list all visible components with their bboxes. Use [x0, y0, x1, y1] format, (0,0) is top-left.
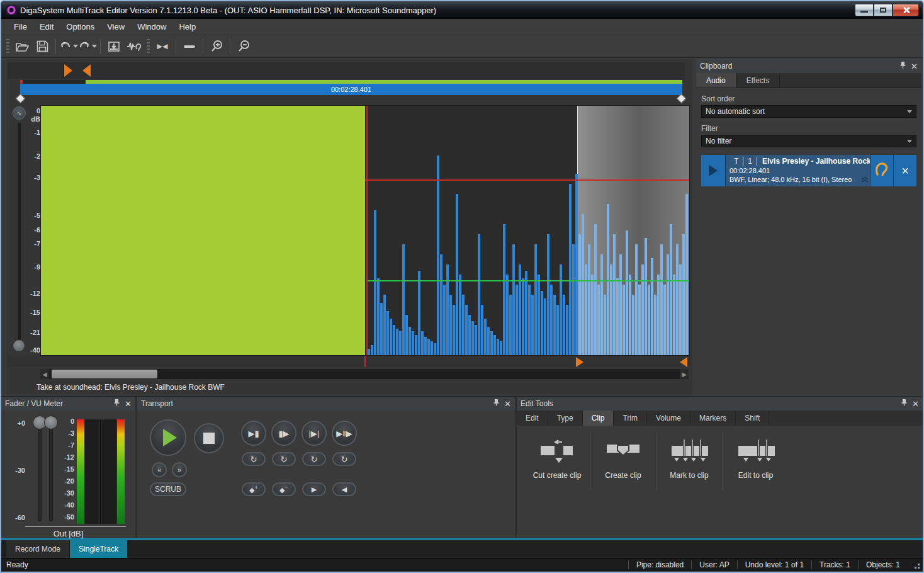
minimize-button[interactable] [855, 4, 874, 16]
clipboard-entry[interactable]: T 1 Elvis Presley - Jailhouse Rock BWF 0… [701, 155, 916, 186]
forward-icon: » [177, 466, 181, 474]
collapse-chevron-icon[interactable] [861, 174, 869, 185]
tab-singletrack[interactable]: SingleTrack [70, 540, 128, 558]
mark-to-clip-button[interactable]: Mark to clip [656, 433, 723, 490]
scrub-button[interactable]: SCRUB [150, 482, 186, 496]
goto-mark-button[interactable]: ▶◀ [152, 38, 172, 55]
import-take-button[interactable] [104, 38, 124, 55]
tab-record-mode[interactable]: Record Mode [6, 540, 70, 558]
play-to-mark-button[interactable]: ▶▮ [241, 421, 266, 446]
scroll-left-icon[interactable]: ◀ [40, 369, 49, 379]
prelisten-wave-button[interactable] [124, 38, 144, 55]
save-button[interactable] [32, 38, 52, 55]
scrollbar-track[interactable] [49, 369, 680, 379]
loop-icon: ↻ [341, 455, 348, 464]
timeline-overview[interactable]: 00:02:28.401 [8, 62, 685, 104]
range-handle-left[interactable] [16, 94, 26, 104]
nudge-left-button[interactable]: ◀ [332, 482, 356, 496]
remove-marker-button[interactable]: ◆− [272, 482, 296, 496]
entry-body[interactable]: T 1 Elvis Presley - Jailhouse Rock BWF 0… [726, 155, 870, 186]
entry-remove-button[interactable]: × [894, 155, 916, 186]
close-panel-icon[interactable]: ✕ [125, 400, 132, 408]
close-panel-icon[interactable]: ✕ [504, 400, 511, 408]
zoom-slider-track[interactable] [18, 123, 21, 344]
zoom-in-button[interactable] [206, 38, 227, 55]
mark-out-icon[interactable] [82, 64, 91, 77]
filter-select[interactable]: No filter [701, 135, 916, 147]
waveform-display[interactable] [40, 105, 690, 356]
menu-window[interactable]: Window [131, 20, 172, 34]
add-marker-button[interactable]: ◆+ [242, 482, 266, 496]
menu-file[interactable]: File [8, 20, 33, 34]
restore-button[interactable] [874, 4, 893, 16]
zoom-out-button[interactable] [234, 38, 254, 55]
scroll-right-icon[interactable]: ▶ [680, 369, 689, 379]
open-button[interactable] [12, 38, 32, 55]
menu-options[interactable]: Options [60, 20, 101, 34]
scrollbar-thumb[interactable] [52, 370, 157, 378]
edit-to-clip-button[interactable]: Edit to clip [723, 433, 789, 490]
forward-button[interactable]: » [172, 462, 187, 477]
close-panel-icon[interactable]: ✕ [912, 400, 919, 408]
tab-trim[interactable]: Trim [614, 411, 647, 426]
resize-grip[interactable] [911, 560, 920, 569]
pin-icon[interactable] [114, 399, 120, 408]
cut-create-clip-button[interactable]: Cut create clip [524, 433, 590, 490]
close-button[interactable] [893, 4, 919, 16]
playhead-line[interactable] [366, 106, 368, 355]
pin-icon[interactable] [901, 399, 907, 408]
tab-type[interactable]: Type [548, 411, 583, 426]
toolbar-grip[interactable] [6, 39, 9, 54]
menu-help[interactable]: Help [172, 20, 202, 34]
undo-icon [59, 41, 72, 52]
clip-block-green[interactable] [41, 106, 365, 356]
loop-from-mark-button[interactable]: ↻ [272, 452, 296, 466]
menu-view[interactable]: View [101, 20, 131, 34]
fader-right-track[interactable] [49, 422, 53, 521]
vu-scale-label: -3 [58, 429, 74, 437]
entry-prelisten-button[interactable] [870, 155, 893, 186]
tab-effects[interactable]: Effects [736, 73, 780, 88]
overview-marker-strip[interactable] [8, 62, 685, 79]
toolbar-grip[interactable] [147, 39, 150, 54]
redo-button[interactable] [78, 41, 97, 52]
stop-button[interactable] [194, 423, 224, 453]
undo-button[interactable] [59, 41, 78, 52]
tab-shift[interactable]: Shift [736, 411, 769, 426]
close-icon [903, 6, 910, 13]
close-panel-icon[interactable]: ✕ [911, 62, 918, 71]
horizontal-scrollbar[interactable]: ◀ ▶ [40, 369, 689, 379]
tab-markers[interactable]: Markers [690, 411, 736, 426]
entry-play-button[interactable] [701, 155, 725, 186]
nudge-right-button[interactable]: ▶ [302, 482, 326, 496]
range-handle-right[interactable] [677, 94, 687, 104]
tab-clip[interactable]: Clip [583, 411, 614, 426]
play-button[interactable] [150, 419, 186, 456]
app-window: DigaSystem MultiTrack Editor Version 7.1… [0, 0, 924, 573]
collapse-button[interactable] [179, 38, 200, 55]
menu-edit[interactable]: Edit [33, 20, 60, 34]
edit-marker-strip[interactable] [8, 356, 690, 367]
loop-around-button[interactable]: ↻ [332, 452, 356, 466]
tab-volume[interactable]: Volume [647, 411, 690, 426]
selection-end-marker[interactable] [680, 357, 687, 367]
tab-audio[interactable]: Audio [696, 73, 736, 88]
play-selection-button[interactable]: |▶| [301, 421, 327, 446]
tab-edit[interactable]: Edit [517, 411, 548, 426]
fader-left-track[interactable] [38, 422, 42, 521]
mark-in-icon[interactable] [64, 64, 72, 77]
overview-take-bar[interactable]: 00:02:28.401 [20, 84, 682, 95]
waveform[interactable] [368, 106, 689, 355]
rewind-button[interactable]: « [152, 462, 167, 477]
create-clip-button[interactable]: Create clip [590, 433, 656, 490]
pin-icon[interactable] [900, 62, 906, 71]
loop-to-mark-button[interactable]: ↻ [242, 452, 266, 466]
undo-dropdown-icon[interactable] [73, 45, 78, 48]
loop-selection-button[interactable]: ↻ [302, 452, 326, 466]
sort-order-select[interactable]: No automatic sort [701, 105, 916, 118]
pin-icon[interactable] [493, 399, 499, 408]
play-from-mark-button[interactable]: ▮▶ [271, 421, 296, 446]
play-around-button[interactable]: ▶‖▶ [332, 421, 357, 446]
selection-start-marker[interactable] [576, 357, 583, 367]
fader-right-knob[interactable] [44, 416, 58, 429]
